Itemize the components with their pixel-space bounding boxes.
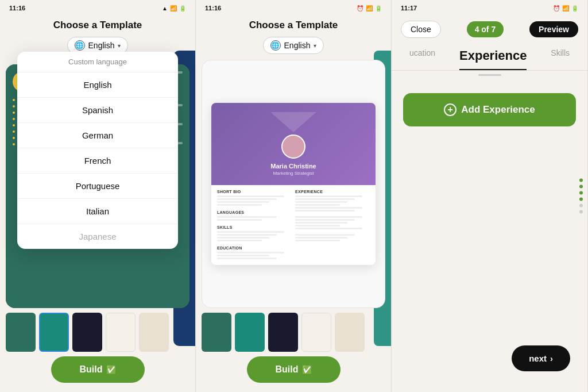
thumb-1[interactable] xyxy=(6,313,36,352)
sidebar-dot-6 xyxy=(579,210,583,214)
dropdown-french[interactable]: French xyxy=(17,148,178,174)
language-selector-2[interactable]: 🌐 English ▾ xyxy=(263,37,324,54)
exp-section-title: Experience xyxy=(295,190,370,194)
dropdown-custom-language[interactable]: Custom language xyxy=(17,52,178,72)
build-label-1: Build xyxy=(80,364,103,375)
resume-role: Marketing Strategist xyxy=(273,171,314,176)
dropdown-english[interactable]: English xyxy=(17,72,178,98)
sidebar-dot-4 xyxy=(579,198,583,201)
chevron-down-icon-1: ▾ xyxy=(118,43,121,49)
alarm-icon-2: ⏰ xyxy=(357,5,363,11)
preview-sidebar-dots xyxy=(579,179,583,214)
plus-circle-icon: + xyxy=(444,103,457,116)
status-bar-1: 11:16 ▲ 📶 🔋 xyxy=(0,0,195,16)
preview-button[interactable]: Preview xyxy=(529,21,578,37)
screen3-topbar: Close 4 of 7 Preview xyxy=(392,16,587,43)
checkmark-icon-1: ✅ xyxy=(106,365,116,374)
section-tabs: ucation Experience Skills xyxy=(392,43,587,71)
chevron-down-icon-2: ▾ xyxy=(314,43,316,49)
next-button[interactable]: next › xyxy=(512,345,570,371)
battery-icon-3: 🔋 xyxy=(571,5,578,11)
lang-section-title: Languages xyxy=(217,210,292,214)
tab-experience[interactable]: Experience xyxy=(459,48,527,70)
screen2-header: Choose a Template 🌐 English ▾ xyxy=(196,16,391,60)
sidebar-dot-1 xyxy=(579,179,583,182)
language-dropdown: Custom language English Spanish German F… xyxy=(17,52,178,249)
template-preview-2[interactable]: Maria Christine Marketing Strategist Sho… xyxy=(202,60,385,308)
alarm-icon-3: ⏰ xyxy=(553,5,560,11)
triangle-decoration xyxy=(270,112,316,132)
dropdown-japanese[interactable]: Japanese xyxy=(17,224,178,249)
dropdown-portuguese[interactable]: Portuguese xyxy=(17,174,178,199)
lang-label-1: English xyxy=(88,41,115,50)
wifi-icon-2: 📶 xyxy=(366,5,373,11)
add-experience-label: Add Experience xyxy=(461,104,535,116)
build-label-2: Build xyxy=(276,364,299,375)
add-experience-button[interactable]: + Add Experience xyxy=(403,93,576,126)
tab-education[interactable]: ucation xyxy=(409,48,435,70)
globe-icon-1: 🌐 xyxy=(75,40,85,51)
thumb-2-5[interactable] xyxy=(335,313,365,352)
screen2-title: Choose a Template xyxy=(205,20,382,31)
battery-icon-2: 🔋 xyxy=(375,5,382,11)
checkmark-icon-2: ✅ xyxy=(302,365,312,374)
status-bar-2: 11:16 ⏰ 📶 🔋 xyxy=(196,0,391,16)
screen3-content: + Add Experience next › xyxy=(392,76,587,392)
sidebar-dot-5 xyxy=(579,204,583,207)
wifi-icon-3: 📶 xyxy=(562,5,569,11)
status-bar-3: 11:17 ⏰ 📶 🔋 xyxy=(392,0,587,16)
dropdown-spanish[interactable]: Spanish xyxy=(17,98,178,123)
screen2-panel: 11:16 ⏰ 📶 🔋 Choose a Template 🌐 English … xyxy=(196,0,392,392)
thumb-4[interactable] xyxy=(106,313,136,352)
resume-name: Maria Christine xyxy=(270,162,316,170)
progress-badge: 4 of 7 xyxy=(467,21,504,37)
bio-section-title: Short Bio xyxy=(217,190,292,194)
signal-icon: 📶 xyxy=(170,5,177,11)
thumb-2-4[interactable] xyxy=(301,313,331,352)
screen1-panel: 11:16 ▲ 📶 🔋 Choose a Template 🌐 English … xyxy=(0,0,196,392)
globe-icon-2: 🌐 xyxy=(270,40,281,51)
build-button-1[interactable]: Build ✅ xyxy=(51,356,145,383)
thumb-2-2[interactable] xyxy=(235,313,265,352)
time-1: 11:16 xyxy=(9,5,25,11)
next-label: next xyxy=(529,353,547,363)
edu-section-title: Education xyxy=(217,246,292,250)
thumb-5[interactable] xyxy=(139,313,169,352)
skills-section-title: Skills xyxy=(217,225,292,229)
white-resume-template: Maria Christine Marketing Strategist Sho… xyxy=(211,103,376,264)
thumbnail-strip-2 xyxy=(196,313,391,356)
screen3-panel: 11:17 ⏰ 📶 🔋 Close 4 of 7 Preview ucation… xyxy=(392,0,588,392)
sidebar-dot-3 xyxy=(579,191,583,195)
thumb-3[interactable] xyxy=(72,313,102,352)
thumbnail-strip-1 xyxy=(0,313,195,356)
screen1-title: Choose a Template xyxy=(9,20,186,31)
tab-skills[interactable]: Skills xyxy=(551,48,570,70)
thumb-2-1[interactable] xyxy=(202,313,231,352)
wifi-icon: ▲ xyxy=(162,5,168,11)
battery-icon: 🔋 xyxy=(179,5,186,11)
status-icons-1: ▲ 📶 🔋 xyxy=(162,5,186,11)
status-icons-2: ⏰ 📶 🔋 xyxy=(357,5,382,11)
dropdown-italian[interactable]: Italian xyxy=(17,199,178,224)
resume-avatar-2 xyxy=(281,134,305,159)
sidebar-dot-2 xyxy=(579,185,583,189)
close-button[interactable]: Close xyxy=(401,21,441,38)
time-2: 11:16 xyxy=(205,5,221,11)
lang-label-2: English xyxy=(284,41,311,50)
build-button-2[interactable]: Build ✅ xyxy=(247,356,341,383)
status-icons-3: ⏰ 📶 🔋 xyxy=(553,5,578,11)
time-3: 11:17 xyxy=(401,5,417,11)
chevron-right-icon: › xyxy=(550,353,553,363)
thumb-2-3[interactable] xyxy=(268,313,298,352)
thumb-2[interactable] xyxy=(39,313,69,352)
dropdown-german[interactable]: German xyxy=(17,123,178,148)
